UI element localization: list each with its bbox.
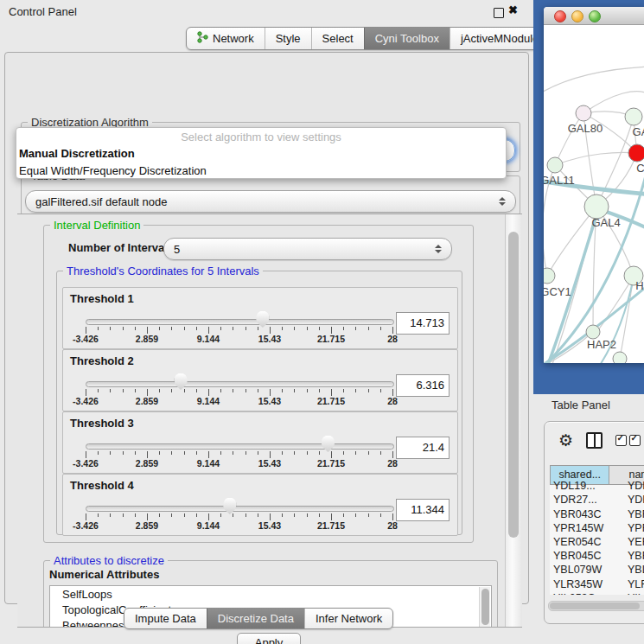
table-row[interactable]: YBR043CYBR0 [550, 507, 644, 521]
tab-label: Impute Data [135, 612, 196, 625]
tab-select[interactable]: Select [311, 28, 364, 49]
dropdown-item[interactable]: Equal Width/Frequency Discretization [16, 163, 506, 180]
node-label[interactable]: GA [633, 125, 644, 138]
slider-track[interactable] [86, 319, 394, 325]
node-label[interactable]: GAL4 [591, 216, 620, 229]
horizontal-scrollbar[interactable] [548, 601, 644, 611]
network-node[interactable] [544, 268, 555, 284]
tick-mark [86, 451, 86, 458]
tab-discretize-data[interactable]: Discretize Data [207, 609, 304, 628]
tick-mark [196, 451, 197, 455]
tick-label: -3.426 [73, 458, 99, 469]
zoom-traffic-light-icon[interactable] [589, 10, 601, 22]
tick-mark [135, 389, 136, 392]
scrollbar-thumb[interactable] [508, 232, 519, 538]
tab-label: jActiveMNodules [461, 32, 545, 45]
table-cell: YBL0 [619, 563, 644, 577]
network-node[interactable] [628, 144, 644, 162]
checkbox-icon[interactable] [615, 435, 627, 446]
threshold-value-field[interactable]: 11.344 [396, 499, 450, 521]
tab-cyni-toolbox[interactable]: Cyni Toolbox [364, 28, 450, 49]
threshold-value-field[interactable]: 14.713 [396, 312, 450, 335]
float-panel-icon[interactable] [494, 8, 504, 18]
node-label[interactable]: HAP2 [587, 338, 616, 351]
table-row[interactable]: YDR27...YDR2 [550, 493, 644, 507]
slider-track[interactable] [86, 443, 394, 450]
node-label[interactable]: C [636, 162, 644, 175]
tick-mark [159, 451, 160, 455]
network-node[interactable] [547, 157, 563, 173]
tick-mark [331, 389, 332, 396]
tab-infer-network[interactable]: Infer Network [304, 609, 392, 628]
slider-thumb[interactable] [256, 311, 269, 328]
tick-mark [392, 327, 393, 334]
table-row[interactable]: YIL053CYIL0 [550, 591, 644, 596]
network-node[interactable] [584, 194, 609, 219]
tick-mark [208, 389, 209, 396]
table-row[interactable]: YPR145WYPR1 [550, 521, 644, 535]
table-cell: YDR27... [550, 493, 619, 507]
close-panel-icon[interactable]: ✖ [508, 3, 518, 16]
slider-track[interactable] [86, 381, 394, 387]
tick-label: 21.715 [317, 520, 345, 531]
node-label[interactable]: H [635, 279, 643, 292]
minimize-traffic-light-icon[interactable] [571, 10, 583, 22]
table-row[interactable]: YDL19...YDL1 [550, 479, 644, 493]
dropdown-item[interactable]: Manual Discretization [16, 145, 506, 163]
slider-track[interactable] [86, 506, 394, 512]
checkbox-icon[interactable] [629, 435, 641, 446]
threshold-value-field[interactable]: 21.4 [396, 437, 450, 459]
table-row[interactable]: YBR045CYBR0 [550, 549, 644, 563]
network-node[interactable] [576, 105, 591, 121]
intervals-combobox[interactable]: 5 [163, 238, 452, 260]
node-label[interactable]: GCY1 [544, 285, 571, 298]
table-row[interactable]: YER054CYER0 [550, 535, 644, 549]
dropdown-prompt-item[interactable]: Select algorithm to view settings [16, 128, 506, 145]
tick-mark [343, 389, 344, 392]
table-data-combobox-value: galFiltered.sif default node [26, 195, 493, 208]
intervals-combobox-value: 5 [164, 243, 429, 256]
network-node[interactable] [586, 325, 600, 339]
slider-thumb[interactable] [175, 373, 188, 390]
tick-mark [98, 513, 99, 517]
tick-mark [233, 513, 233, 517]
slider-thumb[interactable] [322, 436, 335, 452]
network-node[interactable] [613, 352, 627, 363]
table-row[interactable]: YLR345WYLR3 [550, 577, 644, 591]
node-label[interactable]: GAL11 [544, 174, 575, 187]
threshold-value-field[interactable]: 6.316 [396, 374, 450, 397]
tick-mark [282, 389, 283, 392]
split-view-icon[interactable] [586, 432, 603, 449]
scrollbar-thumb[interactable] [550, 603, 640, 609]
network-window-titlebar[interactable] [544, 7, 644, 25]
table-row[interactable]: YBL079WYBL0 [550, 563, 644, 577]
gear-icon[interactable]: ⚙ [558, 432, 573, 449]
combo-stepper-icon[interactable] [493, 197, 515, 206]
list-item[interactable]: SelfLoops [50, 586, 491, 602]
tab-impute-data[interactable]: Impute Data [124, 609, 207, 628]
network-node[interactable] [625, 108, 642, 125]
slider-thumb[interactable] [223, 498, 236, 514]
table-data-combobox[interactable]: galFiltered.sif default node [25, 190, 516, 213]
tick-mark [331, 451, 332, 458]
tick-label: 21.715 [317, 334, 345, 344]
network-canvas[interactable]: GAL80GACGAL11GAL4GCY1HHAP2 [544, 25, 644, 363]
combo-stepper-icon[interactable] [429, 245, 451, 253]
tick-mark [208, 513, 209, 520]
table-cell: YIL053C [550, 591, 619, 596]
tick-mark [355, 513, 356, 517]
apply-button[interactable]: Apply [237, 633, 301, 644]
list-scrollbar[interactable] [479, 587, 490, 628]
tab-network[interactable]: Network [187, 28, 265, 49]
tick-mark [294, 327, 295, 330]
tick-mark [110, 389, 111, 392]
vertical-scrollbar[interactable] [505, 214, 522, 627]
tab-style[interactable]: Style [265, 28, 311, 49]
node-label[interactable]: GAL80 [568, 122, 603, 135]
close-traffic-light-icon[interactable] [554, 10, 566, 22]
table-panel: ⚙ shared...name YDL19...YDL1YDR27...YDR2… [544, 421, 644, 624]
tick-label: 9.144 [197, 396, 220, 406]
table-cell: YBR0 [619, 549, 644, 563]
tick-mark [220, 327, 221, 330]
tick-mark [319, 327, 320, 330]
